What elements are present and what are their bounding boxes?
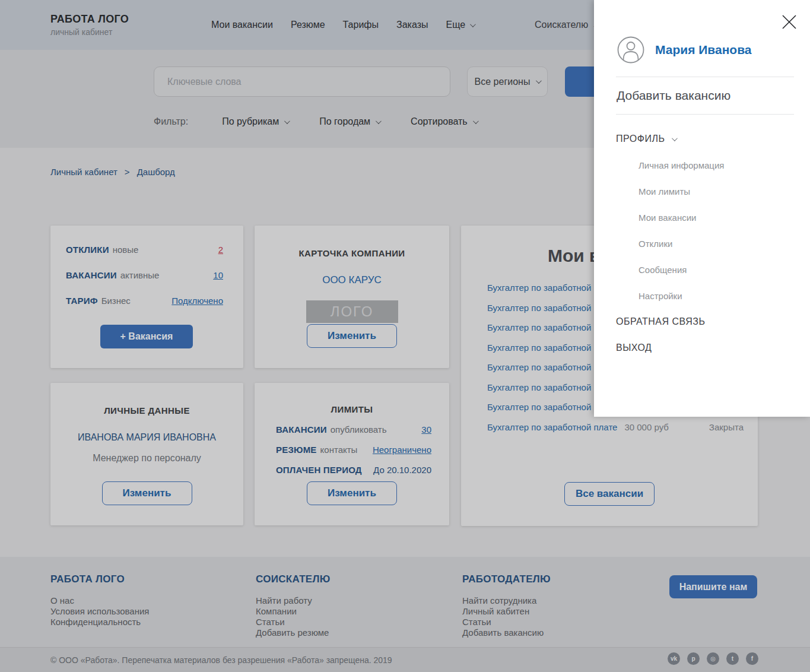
drawer-submenu-item[interactable]: Настройки: [616, 283, 794, 309]
drawer-logout[interactable]: ВЫХОД: [616, 335, 794, 361]
drawer-profile-submenu: Личная информацияМои лимитыМои вакансииО…: [616, 152, 794, 309]
drawer-user-name[interactable]: Мария Иванова: [655, 43, 751, 57]
page: РАБОТА ЛОГО личный кабинет Мои вакансии …: [0, 0, 810, 672]
drawer-profile-label: ПРОФИЛЬ: [616, 134, 665, 144]
drawer-submenu-item[interactable]: Личная информация: [616, 152, 794, 178]
drawer-submenu-item[interactable]: Мои лимиты: [616, 178, 794, 204]
drawer-feedback[interactable]: ОБРАТНАЯ СВЯЗЬ: [616, 309, 794, 335]
close-icon[interactable]: [780, 13, 798, 31]
drawer-submenu-item[interactable]: Отклики: [616, 230, 794, 256]
profile-drawer: Мария Иванова Добавить вакансию ПРОФИЛЬ …: [594, 0, 810, 417]
drawer-menu: ПРОФИЛЬ Личная информацияМои лимитыМои в…: [616, 126, 794, 361]
drawer-submenu-item[interactable]: Сообщения: [616, 256, 794, 283]
avatar-icon: [617, 36, 644, 64]
chevron-down-icon: [672, 135, 678, 141]
drawer-add-vacancy[interactable]: Добавить вакансию: [617, 88, 730, 103]
divider: [616, 114, 794, 115]
drawer-user: Мария Иванова: [617, 36, 751, 64]
drawer-profile-group[interactable]: ПРОФИЛЬ: [616, 126, 794, 152]
divider: [616, 77, 794, 77]
drawer-submenu-item[interactable]: Мои вакансии: [616, 204, 794, 230]
